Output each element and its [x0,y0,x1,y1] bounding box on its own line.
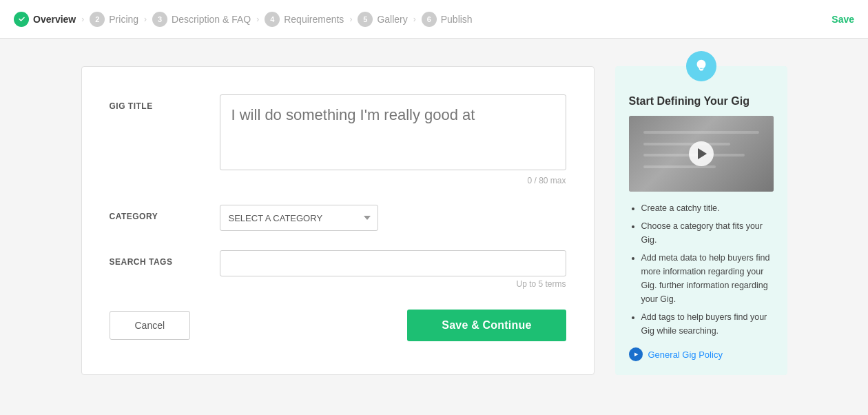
form-buttons: Cancel Save & Continue [110,310,566,341]
tip-2: Choose a category that fits your Gig. [641,219,774,247]
svg-point-0 [17,14,26,23]
gig-title-field: 0 / 80 max [220,94,566,185]
search-tags-input[interactable] [220,250,566,276]
general-gig-policy-link[interactable]: General Gig Policy [629,347,774,361]
play-button[interactable] [689,141,714,166]
search-tags-field: Up to 5 terms [220,250,566,289]
search-tags-label: SEARCH TAGS [110,250,220,267]
sidebar-title: Start Defining Your Gig [629,95,774,108]
requirements-step-icon: 4 [265,12,280,27]
lightbulb-svg [694,59,709,74]
save-link[interactable]: Save [831,14,854,25]
description-label: Description & FAQ [172,14,251,25]
category-field: SELECT A CATEGORY [220,205,566,231]
arrow-2: › [144,14,147,24]
nav-step-overview[interactable]: Overview [14,12,76,27]
char-count: 0 / 80 max [220,176,566,185]
policy-play-icon [629,347,643,361]
nav-step-requirements[interactable]: 4 Requirements [265,12,344,27]
publish-step-icon: 6 [422,12,437,27]
check-icon [17,14,26,23]
video-overlay [629,116,774,192]
breadcrumb-steps: Overview › 2 Pricing › 3 Description & F… [14,12,831,27]
gig-title-input[interactable] [220,94,566,170]
gig-title-label: GIG TITLE [110,94,220,111]
publish-label: Publish [441,14,473,25]
gig-title-row: GIG TITLE 0 / 80 max [110,94,566,185]
arrow-1: › [81,14,84,24]
sidebar-panel: Start Defining Your Gig Create a catchy … [615,66,787,375]
pricing-step-icon: 2 [90,12,105,27]
nav-step-publish[interactable]: 6 Publish [422,12,473,27]
description-step-icon: 3 [152,12,167,27]
nav-step-gallery[interactable]: 5 Gallery [358,12,407,27]
tip-4: Add tags to help buyers find your Gig wh… [641,310,774,338]
gallery-label: Gallery [377,14,407,25]
tip-3: Add meta data to help buyers find more i… [641,251,774,306]
gallery-step-icon: 5 [358,12,373,27]
top-navigation: Overview › 2 Pricing › 3 Description & F… [0,0,868,39]
search-tags-row: SEARCH TAGS Up to 5 terms [110,250,566,289]
main-content: GIG TITLE 0 / 80 max CATEGORY SELECT A C… [0,39,868,403]
sidebar-tips-list: Create a catchy title. Choose a category… [629,201,774,338]
arrow-5: › [413,14,416,24]
cancel-button[interactable]: Cancel [110,311,191,340]
arrow-3: › [256,14,259,24]
category-row: CATEGORY SELECT A CATEGORY [110,205,566,231]
category-label: CATEGORY [110,205,220,221]
tip-1: Create a catchy title. [641,201,774,215]
form-card: GIG TITLE 0 / 80 max CATEGORY SELECT A C… [81,66,595,375]
video-thumbnail[interactable] [629,116,774,192]
category-select[interactable]: SELECT A CATEGORY [220,205,378,231]
policy-link-label: General Gig Policy [648,350,723,360]
pricing-label: Pricing [109,14,138,25]
overview-label: Overview [33,14,76,25]
save-continue-button[interactable]: Save & Continue [407,310,566,341]
tags-hint: Up to 5 terms [220,279,566,289]
requirements-label: Requirements [284,14,344,25]
arrow-4: › [349,14,352,24]
overview-step-icon [14,12,29,27]
nav-step-description[interactable]: 3 Description & FAQ [152,12,251,27]
sidebar-lightbulb-icon [686,51,716,81]
nav-step-pricing[interactable]: 2 Pricing [90,12,138,27]
